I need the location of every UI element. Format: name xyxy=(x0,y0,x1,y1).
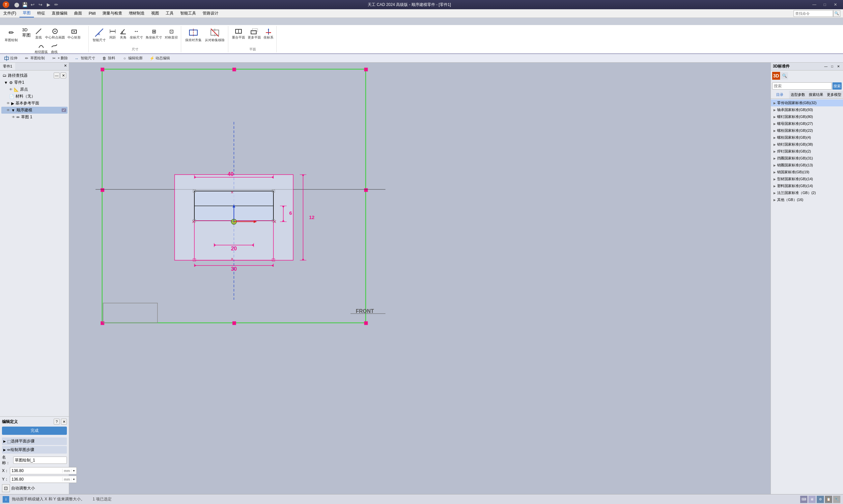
line-button[interactable]: 直线 xyxy=(34,27,43,40)
rl-item-0[interactable]: ▶ 零传动国家标准(GB)(32) xyxy=(771,100,843,106)
command-search-input[interactable] xyxy=(794,10,833,17)
remove-sym-button[interactable]: 从对称集移除 xyxy=(203,27,226,43)
tab-part1[interactable]: 零件1 xyxy=(0,62,15,70)
tree-node-baseplanes[interactable]: 👁 ▶ 基本参考平面 xyxy=(1,100,68,107)
name-field-input[interactable] xyxy=(13,456,67,464)
tree-node-seqmodel[interactable]: 👁 ▼ 顺序建模 ✓ xyxy=(1,107,68,114)
angle-button[interactable]: 夹角 xyxy=(118,27,128,40)
sketch-draw-button[interactable]: ✏ 草图绘制 xyxy=(3,27,19,43)
rl-item-6[interactable]: ▶ 销钉国家标准(GB)(38) xyxy=(771,141,843,148)
coincident-plane-button[interactable]: 重合平面 xyxy=(231,27,246,40)
svg-marker-81 xyxy=(302,175,304,177)
rl-item-2[interactable]: ▶ 螺钉国家标准(GB)(80) xyxy=(771,113,843,120)
finish-button[interactable]: 完成 xyxy=(2,427,67,435)
angle-coord-button[interactable]: ⊞ 角坐标尺寸 xyxy=(145,27,163,40)
rp-close-btn[interactable]: ✕ xyxy=(836,64,841,69)
sym-dia-icon: ⊡ xyxy=(167,28,175,35)
step-select-plane[interactable]: ▶ ⬚ 选择平面步骤 xyxy=(2,437,67,445)
menu-sketch[interactable]: 草图 xyxy=(19,9,34,17)
rl-item-8[interactable]: ▶ 挡圈国家标准(GB)(31) xyxy=(771,155,843,162)
right-search-button[interactable]: 搜索 xyxy=(832,82,842,90)
cmd-delete[interactable]: ✂ × 删除 xyxy=(50,55,69,61)
rt-tab-more[interactable]: 更多模型 xyxy=(825,91,843,98)
new-btn[interactable]: ⬤ xyxy=(13,1,20,8)
redo-btn[interactable]: ↪ xyxy=(37,1,44,8)
menu-addmfg[interactable]: 增材制造 xyxy=(126,9,148,17)
rl-item-4[interactable]: ▶ 螺栓国家标准(GB)(22) xyxy=(771,127,843,134)
editpanel-help-btn[interactable]: ? xyxy=(54,419,60,425)
y-field-dropdown[interactable]: ▾ xyxy=(71,478,76,481)
rp-minimize-btn[interactable]: — xyxy=(823,64,828,69)
rl-item-7[interactable]: ▶ 焊钉国家标准(GB)(2) xyxy=(771,148,843,155)
spacing-button[interactable]: 间距 xyxy=(108,27,118,40)
sym-dia-button[interactable]: ⊡ 对称直径 xyxy=(164,27,179,40)
menu-feature[interactable]: 特征 xyxy=(34,9,49,17)
command-search-button[interactable]: 🔍 xyxy=(833,10,840,17)
cmd-sketch[interactable]: ✏ 草图绘制 xyxy=(23,55,46,61)
rl-item-14[interactable]: ▶ 其他（GB）(16) xyxy=(771,196,843,203)
cmd-edit-profile[interactable]: ○ 编辑轮廓 xyxy=(121,55,144,61)
x-field-input[interactable] xyxy=(10,467,62,474)
canvas-area[interactable]: ✕ ✕ ✕ ✕ 40 20 30 6 xyxy=(69,62,771,494)
pf-minimize-btn[interactable]: — xyxy=(54,72,60,78)
run-btn[interactable]: ▶ xyxy=(45,1,52,8)
menu-smarttools[interactable]: 智能工具 xyxy=(177,9,199,17)
coord-dim-button[interactable]: ↔ 坐标尺寸 xyxy=(129,27,144,40)
arc-button[interactable]: 相切圆弧 xyxy=(34,41,49,54)
rt-tab-results[interactable]: 搜索结果 xyxy=(807,91,825,98)
rl-item-3[interactable]: ▶ 螺母国家标准(GB)(27) xyxy=(771,120,843,127)
tree-root[interactable]: ▼ ⚙ 零件1 xyxy=(1,79,68,86)
smart-dim-button[interactable]: A 智能尺寸 xyxy=(91,27,107,43)
spline-button[interactable]: 曲线 xyxy=(49,41,59,54)
sketch-3d-button[interactable]: 3D草图 xyxy=(20,27,33,38)
svg-text:FRONT: FRONT xyxy=(356,308,374,314)
menu-pmi[interactable]: PMI xyxy=(85,9,99,17)
x-field-dropdown[interactable]: ▾ xyxy=(71,469,76,472)
cmd-extrude[interactable]: 拉伸 xyxy=(3,55,19,61)
svg-marker-69 xyxy=(194,264,196,267)
rl-item-12[interactable]: ▶ 塑料国家标准(GB)(14) xyxy=(771,182,843,190)
tree-node-origin[interactable]: 👁 📐 原点 xyxy=(1,86,68,93)
cmd-smart-dim[interactable]: ↔ 智能尺寸 xyxy=(73,55,96,61)
undo-btn[interactable]: ↩ xyxy=(29,1,36,8)
tree-node-material[interactable]: 📄 材料（无） xyxy=(1,93,68,100)
rect-button[interactable]: 中心矩形 xyxy=(67,27,82,40)
tree-node-sketch1[interactable]: 👁 ✏ 草图 1 xyxy=(1,114,68,121)
menu-directedit[interactable]: 直接编辑 xyxy=(49,9,71,17)
restore-button[interactable]: □ xyxy=(820,1,830,8)
rt-tab-params[interactable]: 选型参数 xyxy=(789,91,807,98)
save-btn[interactable]: 💾 xyxy=(21,1,28,8)
menu-surface[interactable]: 曲面 xyxy=(71,9,85,17)
origin-sketch-icon: 📐 xyxy=(14,87,19,92)
rl-item-11[interactable]: ▶ 型材国家标准(GB)(14) xyxy=(771,176,843,182)
more-planes-button[interactable]: 更多平面 xyxy=(247,27,262,40)
keep-align-button[interactable]: 保持对齐集 xyxy=(184,27,203,43)
circle-button[interactable]: 中心和点画圆 xyxy=(44,27,66,40)
cmd-dynamic-edit[interactable]: ⚡ 动态编辑 xyxy=(148,55,171,61)
menu-pipe[interactable]: 管路设计 xyxy=(199,9,222,17)
rp-expand-btn[interactable]: □ xyxy=(829,64,835,69)
menu-measure[interactable]: 测量与检查 xyxy=(99,9,126,17)
pf-close-btn[interactable]: ✕ xyxy=(60,72,66,78)
menu-tools[interactable]: 工具 xyxy=(162,9,177,17)
close-button[interactable]: ✕ xyxy=(830,1,840,8)
tab-close[interactable]: ✕ xyxy=(62,62,69,70)
rl-item-10[interactable]: ▶ 销国家标准(GB)(19) xyxy=(771,169,843,176)
edit-btn[interactable]: ✏ xyxy=(53,1,60,8)
step-draw-sketch[interactable]: ▶ ✏ 绘制草图步骤 xyxy=(2,446,67,454)
rt-tab-catalog[interactable]: 目录 xyxy=(771,91,789,98)
menu-view[interactable]: 视图 xyxy=(148,9,162,17)
rl-item-9[interactable]: ▶ 销圈国家标准(GB)(13) xyxy=(771,162,843,169)
right-search-input[interactable] xyxy=(772,82,832,90)
sketch-canvas[interactable]: ✕ ✕ ✕ ✕ 40 20 30 6 xyxy=(69,62,771,494)
rl-item-13[interactable]: ▶ 法兰国家标准（GB）(2) xyxy=(771,190,843,196)
rl-item-1[interactable]: ▶ 轴承国家标准(GB)(93) xyxy=(771,106,843,113)
minimize-button[interactable]: — xyxy=(809,1,819,8)
menu-file[interactable]: 文件(F) xyxy=(0,9,19,17)
coord-sys-button[interactable]: 坐标系 xyxy=(263,27,274,40)
y-field-input[interactable] xyxy=(10,476,62,483)
rl-item-5[interactable]: ▶ 螺栓国家标准(GB)(4) xyxy=(771,134,843,141)
cmd-remove-material[interactable]: 🗑 除料 xyxy=(101,55,116,61)
auto-size-icon[interactable]: ⊡ xyxy=(2,484,10,492)
editpanel-close-btn[interactable]: ✕ xyxy=(61,419,67,425)
